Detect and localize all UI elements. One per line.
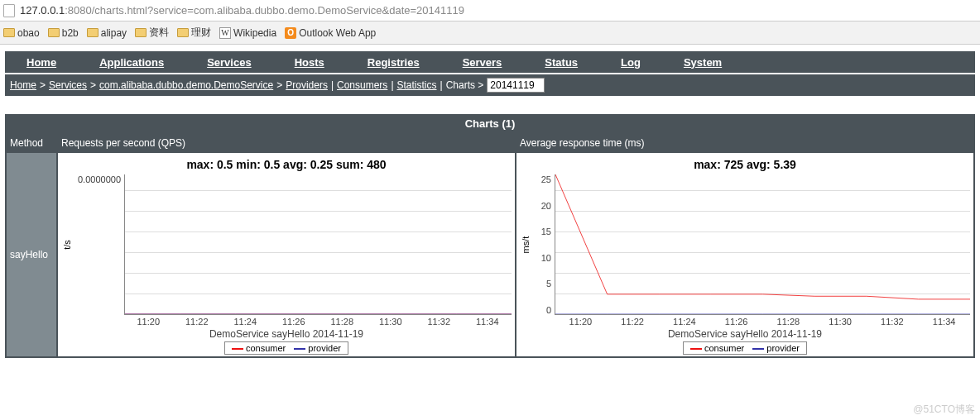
section-title: Charts (1) bbox=[5, 114, 975, 133]
crumb-link[interactable]: Providers bbox=[286, 79, 328, 91]
nav-registries[interactable]: Registries bbox=[346, 56, 441, 69]
y-tick: 15 bbox=[541, 227, 551, 236]
x-tick: 11:22 bbox=[185, 317, 209, 327]
bookmark-label: Wikipedia bbox=[233, 27, 276, 39]
x-tick: 11:26 bbox=[725, 317, 748, 327]
legend-item: provider bbox=[752, 343, 800, 353]
col-qps: Requests per second (QPS) bbox=[58, 135, 515, 151]
qps-chart-cell: max: 0.5 min: 0.5 avg: 0.25 sum: 480t/s0… bbox=[58, 153, 515, 356]
y-tick: 25 bbox=[541, 174, 551, 184]
address-bar[interactable]: 127.0.0.1:8080/charts.html?service=com.a… bbox=[0, 0, 980, 21]
bookmark-b2b[interactable]: b2b bbox=[48, 27, 79, 39]
method-name: sayHello bbox=[7, 153, 56, 356]
rt-chart-cell: max: 725 avg: 5.39ms/t252015105011:2011:… bbox=[516, 153, 973, 356]
y-tick: 0 bbox=[546, 305, 551, 315]
page-icon bbox=[3, 4, 15, 17]
x-tick: 11:28 bbox=[777, 317, 800, 327]
y-tick: 0.0000000 bbox=[78, 174, 121, 184]
x-tick: 11:28 bbox=[330, 317, 353, 327]
charts-table: Method Requests per second (QPS) Average… bbox=[5, 133, 975, 358]
outlook-icon: O bbox=[285, 27, 296, 39]
x-tick: 11:30 bbox=[379, 317, 402, 327]
chart-legend: consumerprovider bbox=[224, 341, 348, 355]
col-method: Method bbox=[7, 135, 56, 151]
y-tick: 20 bbox=[541, 201, 551, 211]
crumb-link[interactable]: Home bbox=[10, 79, 36, 91]
crumb-link[interactable]: Services bbox=[49, 79, 87, 91]
y-axis-label: t/s bbox=[62, 240, 72, 250]
col-rt: Average response time (ms) bbox=[516, 135, 973, 151]
url-host: 127.0.0.1 bbox=[20, 4, 65, 17]
date-input[interactable] bbox=[487, 78, 545, 93]
bookmark-label: alipay bbox=[101, 27, 127, 39]
y-axis-label: ms/t bbox=[521, 236, 531, 254]
x-tick: 11:34 bbox=[933, 317, 956, 327]
nav-log[interactable]: Log bbox=[599, 56, 662, 69]
chart-caption: DemoService sayHello 2014-11-19 bbox=[520, 328, 970, 340]
bookmark-obao[interactable]: obao bbox=[3, 27, 40, 39]
x-tick: 11:24 bbox=[233, 317, 257, 327]
x-tick: 11:22 bbox=[621, 317, 644, 327]
chart-legend: consumerprovider bbox=[683, 341, 807, 355]
nav-system[interactable]: System bbox=[662, 56, 743, 69]
nav-status[interactable]: Status bbox=[523, 56, 599, 69]
x-tick: 11:20 bbox=[137, 317, 160, 327]
bookmark-label: b2b bbox=[62, 27, 79, 39]
nav-hosts[interactable]: Hosts bbox=[273, 56, 346, 69]
x-tick: 11:26 bbox=[282, 317, 305, 327]
bookmark-资料[interactable]: 资料 bbox=[135, 26, 169, 40]
chart-plot bbox=[124, 174, 512, 315]
x-tick: 11:32 bbox=[881, 317, 904, 327]
nav-services[interactable]: Services bbox=[185, 56, 273, 69]
crumb-current: Charts > bbox=[446, 79, 484, 91]
crumb-link[interactable]: Consumers bbox=[337, 79, 387, 91]
table-row: sayHello max: 0.5 min: 0.5 avg: 0.25 sum… bbox=[7, 153, 973, 356]
nav-applications[interactable]: Applications bbox=[78, 56, 185, 69]
chart-caption: DemoService sayHello 2014-11-19 bbox=[61, 328, 512, 340]
folder-icon bbox=[3, 28, 15, 37]
x-tick: 11:30 bbox=[829, 317, 852, 327]
legend-item: provider bbox=[294, 343, 341, 353]
x-tick: 11:32 bbox=[427, 317, 450, 327]
bookmark-Outlook Web App[interactable]: OOutlook Web App bbox=[285, 27, 376, 39]
crumb-link[interactable]: com.alibaba.dubbo.demo.DemoService bbox=[99, 79, 273, 91]
chart-title: max: 0.5 min: 0.5 avg: 0.25 sum: 480 bbox=[61, 158, 512, 171]
breadcrumb: Home > Services > com.alibaba.dubbo.demo… bbox=[5, 74, 975, 96]
folder-icon bbox=[48, 28, 60, 37]
legend-item: consumer bbox=[690, 343, 744, 353]
x-tick: 11:24 bbox=[673, 317, 696, 327]
bookmark-Wikipedia[interactable]: WWikipedia bbox=[219, 27, 276, 39]
bookmark-label: Outlook Web App bbox=[299, 27, 376, 39]
nav-home[interactable]: Home bbox=[5, 56, 78, 69]
bookmark-alipay[interactable]: alipay bbox=[87, 27, 127, 39]
bookmark-理财[interactable]: 理财 bbox=[177, 26, 211, 40]
chart-plot bbox=[555, 174, 970, 315]
bookmark-label: 资料 bbox=[149, 26, 169, 40]
legend-item: consumer bbox=[232, 343, 286, 353]
folder-icon bbox=[135, 28, 147, 37]
x-tick: 11:34 bbox=[476, 317, 499, 327]
x-tick: 11:20 bbox=[569, 317, 593, 327]
y-tick: 10 bbox=[541, 253, 551, 263]
chart-title: max: 725 avg: 5.39 bbox=[520, 158, 970, 171]
nav-servers[interactable]: Servers bbox=[441, 56, 524, 69]
bookmark-label: obao bbox=[17, 27, 40, 39]
folder-icon bbox=[87, 28, 98, 37]
wikipedia-icon: W bbox=[219, 27, 231, 39]
bookmark-bar: obaob2balipay资料理财WWikipediaOOutlook Web … bbox=[0, 21, 980, 45]
folder-icon bbox=[177, 28, 189, 37]
main-nav: HomeApplicationsServicesHostsRegistriesS… bbox=[5, 51, 975, 73]
y-tick: 5 bbox=[546, 279, 551, 289]
crumb-link[interactable]: Statistics bbox=[397, 79, 437, 91]
url-path: :8080/charts.html?service=com.alibaba.du… bbox=[65, 4, 464, 17]
bookmark-label: 理财 bbox=[191, 26, 211, 40]
